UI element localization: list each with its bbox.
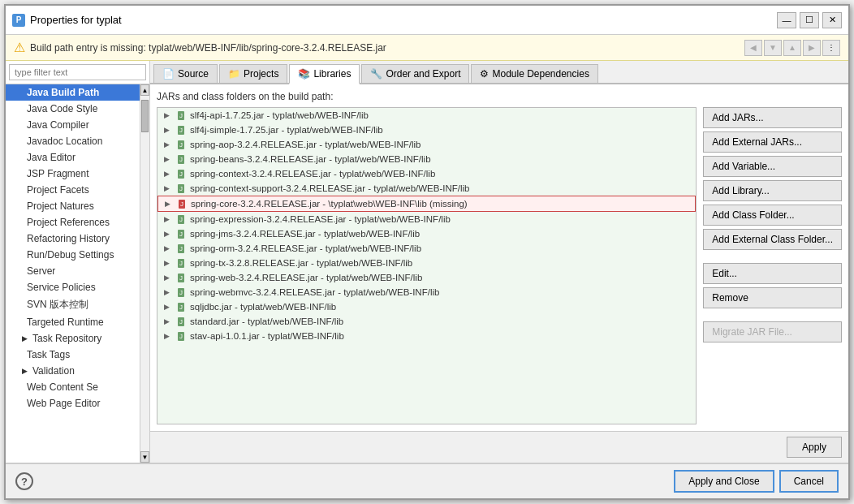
sidebar-item[interactable]: ▶Task Repository [6,330,140,347]
title-controls: — ☐ ✕ [777,12,842,28]
jar-item[interactable]: ▶Jspring-jms-3.2.4.RELEASE.jar - typlat/… [157,226,696,241]
jar-item[interactable]: ▶Jspring-core-3.2.4.RELEASE.jar - \typla… [157,196,696,212]
jar-item[interactable]: ▶Jspring-expression-3.2.4.RELEASE.jar - … [157,212,696,226]
edit-button[interactable]: Edit... [703,263,842,284]
jar-file-icon: J [175,183,187,194]
migrate-jar-button[interactable]: Migrate JAR File... [703,321,842,342]
sidebar-item[interactable]: ▶Validation [6,363,140,379]
tab-icon: 📄 [162,68,175,80]
close-button[interactable]: ✕ [822,12,842,28]
jar-item[interactable]: ▶Jspring-aop-3.2.4.RELEASE.jar - typlat/… [157,137,696,152]
next-warning-button[interactable]: ▶ [803,40,821,56]
content-area: JARs and class folders on the build path… [150,84,848,431]
sidebar-item[interactable]: Web Content Se [6,379,140,395]
apply-and-close-button[interactable]: Apply and Close [674,470,774,493]
cancel-button[interactable]: Cancel [779,470,839,493]
sidebar-item[interactable]: Java Editor [6,149,140,166]
sidebar-item[interactable]: JSP Fragment [6,166,140,182]
tab-libraries[interactable]: 📚Libraries [289,64,360,84]
sidebar-item[interactable]: Java Build Path [6,84,140,101]
sidebar-scroll-thumb[interactable] [141,100,149,132]
sidebar-item[interactable]: Run/Debug Settings [6,247,140,263]
jar-expand-arrow: ▶ [165,200,173,208]
jar-item[interactable]: ▶Jspring-tx-3.2.8.RELEASE.jar - typlat/w… [157,256,696,270]
apply-row: Apply [150,431,848,463]
jar-expand-arrow: ▶ [164,184,172,192]
tab-module-dependencies[interactable]: ⚙Module Dependencies [471,64,597,83]
jar-item[interactable]: ▶Jspring-web-3.2.4.RELEASE.jar - typlat/… [157,270,696,285]
jar-item[interactable]: ▶Jspring-beans-3.2.4.RELEASE.jar - typla… [157,152,696,166]
prev-warning-button[interactable]: ◀ [744,40,762,56]
tab-label: Module Dependencies [492,68,589,80]
jars-label: JARs and class folders on the build path… [157,91,842,102]
title-bar: P Properties for typlat — ☐ ✕ [6,6,848,35]
remove-button[interactable]: Remove [703,287,842,308]
sidebar-item[interactable]: Task Tags [6,347,140,363]
sidebar-scroll-up[interactable]: ▲ [140,84,149,96]
add-external-jars-button[interactable]: Add External JARs... [703,131,842,153]
add-class-folder-button[interactable]: Add Class Folder... [703,205,842,226]
jar-file-icon: J [175,272,187,283]
right-panel: 📄Source📁Projects📚Libraries🔧Order and Exp… [150,61,848,463]
sidebar-scroll-down[interactable]: ▼ [140,451,149,463]
jar-file-icon: J [175,124,187,136]
sidebar-list: Java Build Path Java Code Style Java Com… [6,84,140,463]
jar-item-label: stav-api-1.0.1.jar - typlat/WEB-INF/lib [190,331,344,341]
search-input[interactable] [9,64,146,80]
apply-button[interactable]: Apply [787,437,842,458]
sidebar-item[interactable]: Web Page Editor [6,395,140,411]
sidebar-item[interactable]: Project Natures [6,198,140,214]
jar-item-label: spring-jms-3.2.4.RELEASE.jar - typlat/we… [190,229,420,239]
sidebar-item-label: Server [27,265,55,277]
sidebar-item[interactable]: Java Compiler [6,117,140,133]
jar-item[interactable]: ▶Jslf4j-simple-1.7.25.jar - typlat/web/W… [157,123,696,137]
tab-label: Order and Export [386,68,460,80]
sidebar-item[interactable]: Project Facets [6,182,140,198]
sidebar-item[interactable]: Project References [6,214,140,230]
sidebar-item-label: Web Content Se [27,381,98,393]
sidebar-item-label: Task Tags [27,349,70,360]
jar-expand-arrow: ▶ [164,303,172,311]
jar-item-label: spring-beans-3.2.4.RELEASE.jar - typlat/… [190,154,431,164]
help-button[interactable]: ? [15,472,33,490]
jar-item[interactable]: ▶Jspring-context-3.2.4.RELEASE.jar - typ… [157,166,696,181]
jar-expand-arrow: ▶ [164,126,172,134]
tab-order-and-export[interactable]: 🔧Order and Export [361,64,469,83]
sidebar-item[interactable]: Service Policies [6,279,140,295]
jar-item[interactable]: ▶Jspring-context-support-3.2.4.RELEASE.j… [157,181,696,196]
minimize-button[interactable]: — [777,12,796,28]
sidebar-item-label: Refactoring History [27,233,110,244]
tab-label: Projects [244,68,278,80]
sidebar-item-label: Java Editor [27,152,75,163]
sidebar-item-label: Java Code Style [27,103,97,114]
jar-item[interactable]: ▶Jspring-webmvc-3.2.4.RELEASE.jar - typl… [157,285,696,299]
jar-item[interactable]: ▶Jspring-orm-3.2.4.RELEASE.jar - typlat/… [157,241,696,256]
jar-item-label: standard.jar - typlat/web/WEB-INF/lib [190,317,343,326]
tab-projects[interactable]: 📁Projects [219,64,287,83]
more-options-button[interactable]: ⋮ [822,40,840,56]
add-external-class-folder-button[interactable]: Add External Class Folder... [703,229,842,250]
sidebar-item[interactable]: Server [6,263,140,279]
jar-item[interactable]: ▶Jsqljdbc.jar - typlat/web/WEB-INF/lib [157,299,696,314]
dialog-icon: P [12,14,25,27]
nav-down-button[interactable]: ▼ [764,40,782,56]
sidebar-item[interactable]: Targeted Runtime [6,314,140,330]
sidebar-item[interactable]: Java Code Style [6,101,140,117]
jar-item[interactable]: ▶Jstav-api-1.0.1.jar - typlat/WEB-INF/li… [157,329,696,343]
add-variable-button[interactable]: Add Variable... [703,156,842,177]
tab-source[interactable]: 📄Source [153,64,218,83]
jar-item-label: slf4j-simple-1.7.25.jar - typlat/web/WEB… [190,125,383,135]
bottom-right: Apply and Close Cancel [674,470,839,493]
sidebar-item[interactable]: SVN 版本控制 [6,295,140,314]
sidebar-item-label: Service Policies [27,282,96,293]
jar-file-icon: J [175,286,187,298]
add-library-button[interactable]: Add Library... [703,180,842,201]
maximize-button[interactable]: ☐ [800,12,819,28]
sidebar-item[interactable]: Javadoc Location [6,133,140,149]
jar-item[interactable]: ▶Jstandard.jar - typlat/web/WEB-INF/lib [157,314,696,329]
jar-item[interactable]: ▶Jslf4j-api-1.7.25.jar - typlat/web/WEB-… [157,108,696,123]
nav-up-button[interactable]: ▲ [783,40,801,56]
sidebar-item[interactable]: Refactoring History [6,230,140,247]
jar-expand-arrow: ▶ [164,244,172,252]
add-jars-button[interactable]: Add JARs... [703,107,842,128]
